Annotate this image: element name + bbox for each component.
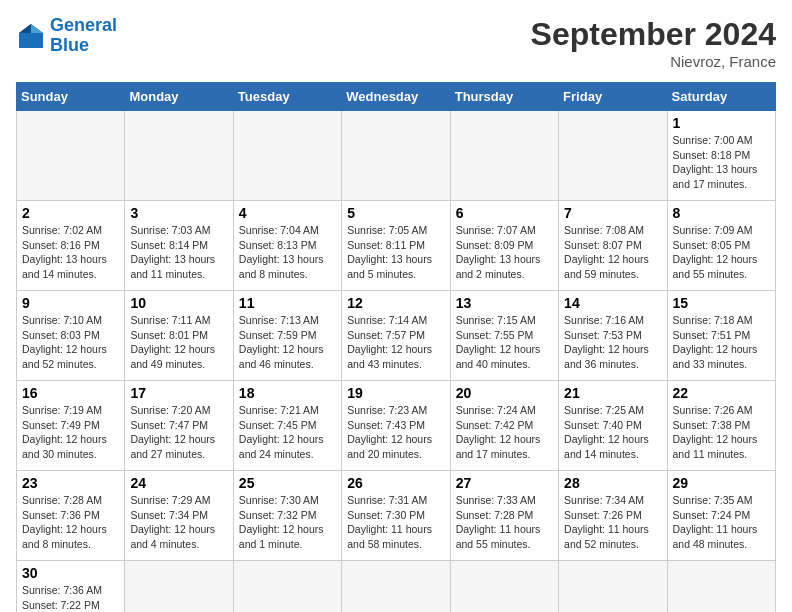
day-info: Sunrise: 7:35 AMSunset: 7:24 PMDaylight:… (673, 493, 770, 552)
location: Nievroz, France (531, 53, 776, 70)
calendar-row: 9Sunrise: 7:10 AMSunset: 8:03 PMDaylight… (17, 291, 776, 381)
day-info: Sunrise: 7:14 AMSunset: 7:57 PMDaylight:… (347, 313, 444, 372)
day-info: Sunrise: 7:05 AMSunset: 8:11 PMDaylight:… (347, 223, 444, 282)
day-info: Sunrise: 7:02 AMSunset: 8:16 PMDaylight:… (22, 223, 119, 282)
logo: General Blue (16, 16, 117, 56)
calendar-cell (233, 561, 341, 613)
day-info: Sunrise: 7:04 AMSunset: 8:13 PMDaylight:… (239, 223, 336, 282)
calendar-cell (342, 111, 450, 201)
logo-text: General Blue (50, 16, 117, 56)
day-number: 2 (22, 205, 119, 221)
calendar-cell (342, 561, 450, 613)
calendar-table: Sunday Monday Tuesday Wednesday Thursday… (16, 82, 776, 612)
calendar-cell: 28Sunrise: 7:34 AMSunset: 7:26 PMDayligh… (559, 471, 667, 561)
day-number: 19 (347, 385, 444, 401)
day-number: 7 (564, 205, 661, 221)
calendar-cell (17, 111, 125, 201)
day-number: 13 (456, 295, 553, 311)
calendar-cell: 21Sunrise: 7:25 AMSunset: 7:40 PMDayligh… (559, 381, 667, 471)
calendar-cell: 7Sunrise: 7:08 AMSunset: 8:07 PMDaylight… (559, 201, 667, 291)
day-info: Sunrise: 7:18 AMSunset: 7:51 PMDaylight:… (673, 313, 770, 372)
calendar-row: 23Sunrise: 7:28 AMSunset: 7:36 PMDayligh… (17, 471, 776, 561)
calendar-cell (559, 561, 667, 613)
day-info: Sunrise: 7:08 AMSunset: 8:07 PMDaylight:… (564, 223, 661, 282)
calendar-body: 1Sunrise: 7:00 AMSunset: 8:18 PMDaylight… (17, 111, 776, 613)
calendar-cell: 13Sunrise: 7:15 AMSunset: 7:55 PMDayligh… (450, 291, 558, 381)
day-number: 14 (564, 295, 661, 311)
day-number: 11 (239, 295, 336, 311)
calendar-cell: 12Sunrise: 7:14 AMSunset: 7:57 PMDayligh… (342, 291, 450, 381)
calendar-cell: 4Sunrise: 7:04 AMSunset: 8:13 PMDaylight… (233, 201, 341, 291)
day-info: Sunrise: 7:11 AMSunset: 8:01 PMDaylight:… (130, 313, 227, 372)
calendar-cell: 14Sunrise: 7:16 AMSunset: 7:53 PMDayligh… (559, 291, 667, 381)
day-number: 24 (130, 475, 227, 491)
day-info: Sunrise: 7:33 AMSunset: 7:28 PMDaylight:… (456, 493, 553, 552)
col-sunday: Sunday (17, 83, 125, 111)
calendar-cell (125, 561, 233, 613)
calendar-cell: 10Sunrise: 7:11 AMSunset: 8:01 PMDayligh… (125, 291, 233, 381)
calendar-cell (125, 111, 233, 201)
svg-marker-2 (19, 24, 31, 33)
calendar-cell: 27Sunrise: 7:33 AMSunset: 7:28 PMDayligh… (450, 471, 558, 561)
day-number: 9 (22, 295, 119, 311)
day-info: Sunrise: 7:07 AMSunset: 8:09 PMDaylight:… (456, 223, 553, 282)
calendar-cell (559, 111, 667, 201)
day-info: Sunrise: 7:31 AMSunset: 7:30 PMDaylight:… (347, 493, 444, 552)
day-number: 26 (347, 475, 444, 491)
day-number: 6 (456, 205, 553, 221)
calendar-cell: 22Sunrise: 7:26 AMSunset: 7:38 PMDayligh… (667, 381, 775, 471)
day-number: 3 (130, 205, 227, 221)
month-title: September 2024 (531, 16, 776, 53)
day-info: Sunrise: 7:19 AMSunset: 7:49 PMDaylight:… (22, 403, 119, 462)
day-number: 23 (22, 475, 119, 491)
calendar-cell: 11Sunrise: 7:13 AMSunset: 7:59 PMDayligh… (233, 291, 341, 381)
calendar-row: 30Sunrise: 7:36 AMSunset: 7:22 PMDayligh… (17, 561, 776, 613)
calendar-cell: 29Sunrise: 7:35 AMSunset: 7:24 PMDayligh… (667, 471, 775, 561)
day-number: 12 (347, 295, 444, 311)
day-info: Sunrise: 7:25 AMSunset: 7:40 PMDaylight:… (564, 403, 661, 462)
day-info: Sunrise: 7:16 AMSunset: 7:53 PMDaylight:… (564, 313, 661, 372)
calendar-cell: 9Sunrise: 7:10 AMSunset: 8:03 PMDaylight… (17, 291, 125, 381)
calendar-cell: 17Sunrise: 7:20 AMSunset: 7:47 PMDayligh… (125, 381, 233, 471)
col-tuesday: Tuesday (233, 83, 341, 111)
day-number: 22 (673, 385, 770, 401)
day-info: Sunrise: 7:26 AMSunset: 7:38 PMDaylight:… (673, 403, 770, 462)
col-saturday: Saturday (667, 83, 775, 111)
day-number: 21 (564, 385, 661, 401)
day-info: Sunrise: 7:24 AMSunset: 7:42 PMDaylight:… (456, 403, 553, 462)
day-number: 10 (130, 295, 227, 311)
day-info: Sunrise: 7:03 AMSunset: 8:14 PMDaylight:… (130, 223, 227, 282)
day-number: 4 (239, 205, 336, 221)
calendar-cell: 24Sunrise: 7:29 AMSunset: 7:34 PMDayligh… (125, 471, 233, 561)
day-info: Sunrise: 7:10 AMSunset: 8:03 PMDaylight:… (22, 313, 119, 372)
day-number: 5 (347, 205, 444, 221)
title-block: September 2024 Nievroz, France (531, 16, 776, 70)
col-wednesday: Wednesday (342, 83, 450, 111)
day-info: Sunrise: 7:20 AMSunset: 7:47 PMDaylight:… (130, 403, 227, 462)
day-number: 20 (456, 385, 553, 401)
day-info: Sunrise: 7:15 AMSunset: 7:55 PMDaylight:… (456, 313, 553, 372)
day-number: 30 (22, 565, 119, 581)
day-info: Sunrise: 7:09 AMSunset: 8:05 PMDaylight:… (673, 223, 770, 282)
day-info: Sunrise: 7:21 AMSunset: 7:45 PMDaylight:… (239, 403, 336, 462)
calendar-cell: 25Sunrise: 7:30 AMSunset: 7:32 PMDayligh… (233, 471, 341, 561)
day-info: Sunrise: 7:28 AMSunset: 7:36 PMDaylight:… (22, 493, 119, 552)
day-info: Sunrise: 7:23 AMSunset: 7:43 PMDaylight:… (347, 403, 444, 462)
day-number: 15 (673, 295, 770, 311)
calendar-cell: 18Sunrise: 7:21 AMSunset: 7:45 PMDayligh… (233, 381, 341, 471)
col-monday: Monday (125, 83, 233, 111)
calendar-cell: 16Sunrise: 7:19 AMSunset: 7:49 PMDayligh… (17, 381, 125, 471)
calendar-cell: 15Sunrise: 7:18 AMSunset: 7:51 PMDayligh… (667, 291, 775, 381)
calendar-cell: 23Sunrise: 7:28 AMSunset: 7:36 PMDayligh… (17, 471, 125, 561)
day-number: 29 (673, 475, 770, 491)
day-number: 1 (673, 115, 770, 131)
day-number: 16 (22, 385, 119, 401)
calendar-cell: 3Sunrise: 7:03 AMSunset: 8:14 PMDaylight… (125, 201, 233, 291)
col-friday: Friday (559, 83, 667, 111)
day-number: 25 (239, 475, 336, 491)
svg-marker-1 (31, 24, 43, 33)
day-number: 27 (456, 475, 553, 491)
calendar-cell (450, 561, 558, 613)
day-number: 28 (564, 475, 661, 491)
day-info: Sunrise: 7:34 AMSunset: 7:26 PMDaylight:… (564, 493, 661, 552)
